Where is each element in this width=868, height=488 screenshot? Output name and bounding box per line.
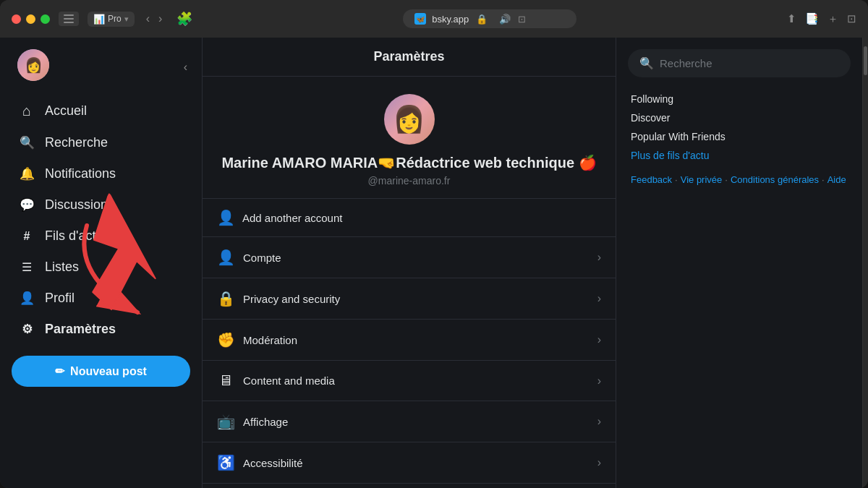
avatar-image: 👩 bbox=[17, 49, 49, 81]
tabs-icon[interactable]: ⊡ bbox=[847, 12, 856, 25]
settings-item-left-compte: 👤 Compte bbox=[217, 249, 281, 266]
forward-button[interactable]: › bbox=[156, 11, 165, 27]
sidebar-item-recherche[interactable]: 🔍 Recherche bbox=[6, 128, 196, 158]
site-favicon: 🦋 bbox=[414, 13, 426, 25]
sidebar-label-discussions: Discussions bbox=[45, 197, 114, 213]
add-account-label: Add another account bbox=[242, 212, 342, 224]
sidebar-item-accueil[interactable]: ⌂ Accueil bbox=[6, 95, 196, 127]
settings-item-left-affichage: 📺 Affichage bbox=[217, 413, 288, 430]
compte-icon: 👤 bbox=[217, 249, 234, 266]
settings-item-affichage[interactable]: 📺 Affichage › bbox=[203, 401, 616, 442]
meta-link-vie-privee[interactable]: Vie privée bbox=[681, 174, 723, 185]
chevron-icon-compte: › bbox=[597, 251, 601, 264]
sidebar-item-profil[interactable]: 👤 Profil bbox=[6, 283, 196, 313]
lock-icon: 🔒 bbox=[217, 290, 234, 307]
bookmark-icon[interactable]: 📑 bbox=[805, 12, 819, 25]
settings-item-compte[interactable]: 👤 Compte › bbox=[203, 237, 616, 278]
settings-item-left-privacy: 🔒 Privacy and security bbox=[217, 290, 340, 307]
sidebar-label-profil: Profil bbox=[45, 291, 75, 306]
new-post-button[interactable]: ✏ Nouveau post bbox=[12, 356, 190, 387]
meta-link-aide[interactable]: Aide bbox=[827, 174, 846, 185]
address-bar[interactable]: 🦋 bsky.app 🔒 🔊 ⊡ bbox=[403, 9, 576, 28]
chevron-icon-affichage: › bbox=[597, 415, 601, 428]
settings-label-privacy: Privacy and security bbox=[243, 293, 340, 305]
chevron-icon-moderation: › bbox=[597, 333, 601, 346]
settings-item-left-moderation: ✊ Modération bbox=[217, 331, 297, 348]
chevron-icon-content: › bbox=[597, 374, 601, 388]
svg-rect-2 bbox=[64, 22, 74, 23]
sidebar-item-parametres[interactable]: ⚙ Paramètres bbox=[6, 314, 196, 344]
settings-item-content[interactable]: 🖥 Content and media › bbox=[203, 361, 616, 401]
meta-link-conditions[interactable]: Conditions générales bbox=[731, 174, 819, 185]
list-icon: ☰ bbox=[17, 260, 36, 274]
profile-section: 👩 Marine AMARO MARIA🤜Rédactrice web tech… bbox=[203, 77, 616, 199]
settings-item-moderation[interactable]: ✊ Modération › bbox=[203, 320, 616, 361]
sidebar: 👩 ‹ ⌂ Accueil 🔍 Recherche 🔔 Notification… bbox=[0, 38, 203, 488]
close-button[interactable] bbox=[12, 14, 21, 24]
add-tab-icon[interactable]: ＋ bbox=[827, 12, 838, 26]
main-content: Paramètres 👩 Marine AMARO MARIA🤜Rédactri… bbox=[203, 38, 616, 488]
settings-list: 👤 Compte › 🔒 Privacy and security › ✊ bbox=[203, 237, 616, 488]
sidebar-toggle[interactable] bbox=[59, 12, 79, 26]
chat-icon: 💬 bbox=[17, 197, 36, 213]
new-post-icon: ✏ bbox=[55, 364, 64, 378]
back-button[interactable]: ‹ bbox=[143, 11, 153, 27]
settings-item-langues[interactable]: 🌐 Langues › bbox=[203, 484, 616, 488]
url-text: bsky.app bbox=[432, 14, 469, 25]
content-icon: 🖥 bbox=[217, 372, 234, 389]
sidebar-nav: ⌂ Accueil 🔍 Recherche 🔔 Notifications 💬 … bbox=[0, 95, 202, 344]
gear-icon: ⚙ bbox=[17, 322, 36, 337]
new-post-label: Nouveau post bbox=[70, 365, 147, 378]
link-fils[interactable]: Plus de fils d'actu bbox=[631, 148, 848, 163]
link-discover[interactable]: Discover bbox=[631, 111, 848, 125]
link-following[interactable]: Following bbox=[631, 92, 848, 106]
sidebar-item-listes[interactable]: ☰ Listes bbox=[6, 252, 196, 282]
extensions-icon[interactable]: 🧩 bbox=[176, 11, 192, 27]
right-feed-links: Following Discover Popular With Friends … bbox=[628, 92, 851, 163]
person-icon: 👤 bbox=[17, 291, 36, 306]
pro-label: Pro bbox=[108, 14, 122, 24]
maximize-button[interactable] bbox=[41, 14, 50, 24]
moderation-icon: ✊ bbox=[217, 331, 234, 348]
search-icon: 🔍 bbox=[639, 56, 654, 70]
profile-name: Marine AMARO MARIA🤜Rédactrice web techni… bbox=[221, 153, 596, 172]
page-header: Paramètres bbox=[203, 38, 616, 77]
settings-item-accessibilite[interactable]: ♿ Accessibilité › bbox=[203, 442, 616, 484]
settings-label-accessibilite: Accessibilité bbox=[243, 457, 303, 469]
settings-item-privacy[interactable]: 🔒 Privacy and security › bbox=[203, 278, 616, 320]
sidebar-item-fils[interactable]: # Fils d'actu bbox=[6, 221, 196, 251]
title-bar: 📊 Pro ▾ ‹ › 🧩 🦋 bsky.app 🔒 🔊 ⊡ ⬆ 📑 ＋ bbox=[0, 0, 868, 38]
nav-arrows: ‹ › bbox=[143, 11, 166, 27]
page-title: Paramètres bbox=[373, 49, 444, 64]
right-meta-links: Feedback · Vie privée · Conditions génér… bbox=[628, 174, 851, 185]
settings-label-affichage: Affichage bbox=[243, 416, 288, 428]
add-account-icon: 👤 bbox=[217, 209, 235, 226]
sidebar-label-listes: Listes bbox=[45, 260, 79, 275]
toolbar-right: ⬆ 📑 ＋ ⊡ bbox=[787, 12, 856, 26]
link-popular[interactable]: Popular With Friends bbox=[631, 129, 848, 144]
search-icon: 🔍 bbox=[17, 135, 36, 150]
minimize-button[interactable] bbox=[26, 14, 35, 24]
sidebar-avatar[interactable]: 👩 bbox=[17, 49, 49, 81]
right-sidebar: 🔍 Recherche Following Discover Popular W… bbox=[616, 38, 862, 488]
sidebar-item-notifications[interactable]: 🔔 Notifications bbox=[6, 159, 196, 189]
scrollbar[interactable] bbox=[862, 38, 868, 488]
home-icon: ⌂ bbox=[17, 103, 36, 119]
share-icon[interactable]: ⬆ bbox=[787, 12, 796, 25]
settings-label-moderation: Modération bbox=[243, 334, 297, 346]
chevron-icon-privacy: › bbox=[597, 292, 601, 305]
svg-rect-0 bbox=[64, 14, 74, 16]
chevron-icon-accessibilite: › bbox=[597, 456, 601, 469]
add-account-button[interactable]: 👤 Add another account bbox=[203, 199, 616, 237]
traffic-lights bbox=[12, 14, 50, 24]
sidebar-label-fils: Fils d'actu bbox=[45, 228, 103, 244]
profile-avatar[interactable]: 👩 bbox=[384, 94, 435, 145]
sidebar-label-accueil: Accueil bbox=[45, 103, 87, 119]
pro-badge[interactable]: 📊 Pro ▾ bbox=[88, 12, 135, 27]
sidebar-label-parametres: Paramètres bbox=[45, 322, 116, 337]
meta-link-feedback[interactable]: Feedback bbox=[631, 174, 672, 185]
sidebar-collapse-button[interactable]: ‹ bbox=[184, 61, 187, 74]
settings-label-content: Content and media bbox=[243, 374, 335, 387]
search-box[interactable]: 🔍 Recherche bbox=[628, 49, 851, 77]
sidebar-item-discussions[interactable]: 💬 Discussions bbox=[6, 190, 196, 220]
